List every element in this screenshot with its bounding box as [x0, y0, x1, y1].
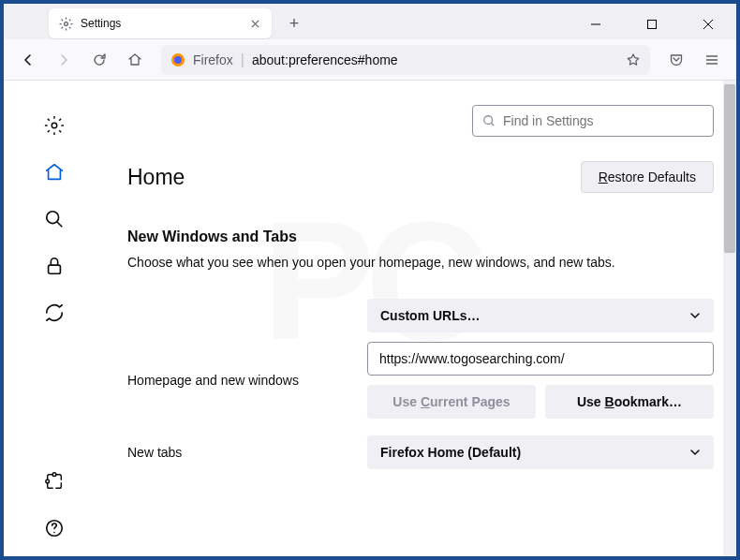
url-context: Firefox	[193, 52, 233, 67]
sidebar-item-sync[interactable]	[36, 294, 73, 332]
page-title: Home	[127, 165, 185, 190]
section-title: New Windows and Tabs	[127, 228, 714, 245]
settings-search[interactable]	[472, 105, 714, 137]
homepage-label: Homepage and new windows	[127, 373, 352, 388]
svg-rect-15	[49, 265, 61, 273]
bookmark-star-icon[interactable]	[626, 52, 641, 67]
dropdown-value: Firefox Home (Default)	[380, 445, 521, 460]
close-icon[interactable]	[247, 16, 262, 31]
chevron-down-icon	[689, 310, 701, 321]
homepage-url-input[interactable]	[367, 342, 714, 376]
close-button[interactable]	[691, 11, 725, 37]
sidebar-item-general[interactable]	[36, 107, 73, 144]
pocket-button[interactable]	[661, 45, 691, 75]
svg-point-13	[47, 212, 59, 224]
gear-icon	[58, 16, 73, 31]
tab-title: Settings	[81, 17, 240, 30]
minimize-button[interactable]	[579, 11, 613, 37]
main-content: Home Restore Defaults New Windows and Ta…	[105, 81, 736, 556]
restore-defaults-button[interactable]: Restore Defaults	[581, 161, 714, 193]
scrollbar-thumb[interactable]	[724, 84, 735, 253]
svg-line-20	[491, 123, 494, 125]
svg-rect-1	[648, 21, 657, 29]
svg-point-8	[174, 56, 182, 64]
sidebar-item-home[interactable]	[36, 154, 73, 191]
homepage-mode-dropdown[interactable]: Custom URLs…	[367, 299, 714, 332]
back-button[interactable]	[13, 45, 43, 75]
svg-point-16	[52, 473, 56, 477]
sidebar-item-search[interactable]	[36, 200, 73, 238]
use-bookmark-button[interactable]: Use Bookmark…	[545, 385, 714, 419]
sidebar-item-help[interactable]	[36, 509, 73, 547]
chevron-down-icon	[689, 447, 701, 458]
sidebar	[4, 81, 105, 556]
menu-button[interactable]	[697, 45, 727, 75]
settings-search-input[interactable]	[503, 113, 703, 128]
maximize-button[interactable]	[635, 11, 669, 37]
svg-point-4	[64, 22, 67, 25]
sidebar-item-extensions[interactable]	[36, 463, 73, 500]
url-bar[interactable]: Firefox | about:preferences#home	[161, 45, 650, 75]
dropdown-value: Custom URLs…	[380, 308, 481, 323]
scrollbar[interactable]	[723, 81, 736, 556]
search-icon	[482, 114, 496, 127]
url-text: about:preferences#home	[252, 52, 618, 67]
svg-line-14	[57, 222, 63, 228]
home-button[interactable]	[120, 45, 150, 75]
svg-point-12	[52, 123, 57, 128]
browser-tab[interactable]: Settings	[49, 8, 272, 38]
firefox-icon	[170, 52, 185, 67]
section-description: Choose what you see when you open your h…	[127, 253, 714, 273]
nav-bar: Firefox | about:preferences#home	[4, 39, 736, 81]
sidebar-item-privacy[interactable]	[36, 247, 73, 285]
use-current-pages-button[interactable]: Use Current Pages	[367, 385, 536, 419]
newtabs-dropdown[interactable]: Firefox Home (Default)	[367, 435, 714, 469]
forward-button[interactable]	[49, 45, 79, 75]
svg-point-17	[46, 479, 50, 483]
new-tab-button[interactable]: +	[281, 10, 307, 37]
reload-button[interactable]	[84, 45, 114, 75]
newtabs-label: New tabs	[127, 445, 352, 460]
